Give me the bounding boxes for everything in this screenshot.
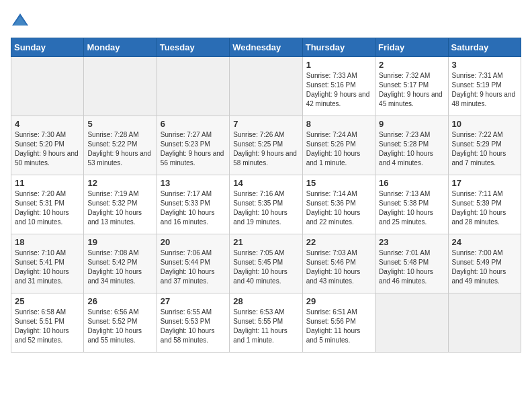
- calendar-cell-w2-d5: 9Sunrise: 7:23 AM Sunset: 5:28 PM Daylig…: [375, 116, 448, 175]
- day-number: 1: [306, 60, 371, 70]
- calendar-cell-w4-d2: 20Sunrise: 7:06 AM Sunset: 5:44 PM Dayli…: [157, 234, 229, 293]
- weekday-header-saturday: Saturday: [448, 38, 521, 57]
- calendar-cell-w4-d1: 19Sunrise: 7:08 AM Sunset: 5:42 PM Dayli…: [84, 234, 157, 293]
- day-info: Sunrise: 6:58 AM Sunset: 5:51 PM Dayligh…: [15, 308, 80, 345]
- calendar-cell-w1-d1: [84, 57, 157, 116]
- day-number: 8: [306, 119, 371, 129]
- weekday-header-wednesday: Wednesday: [230, 38, 302, 57]
- day-number: 12: [87, 178, 152, 188]
- day-info: Sunrise: 6:56 AM Sunset: 5:52 PM Dayligh…: [87, 308, 152, 345]
- calendar-cell-w3-d3: 14Sunrise: 7:16 AM Sunset: 5:35 PM Dayli…: [230, 175, 302, 234]
- day-number: 5: [87, 119, 152, 129]
- calendar-cell-w4-d0: 18Sunrise: 7:10 AM Sunset: 5:41 PM Dayli…: [11, 234, 84, 293]
- calendar-table: SundayMondayTuesdayWednesdayThursdayFrid…: [11, 38, 521, 353]
- day-info: Sunrise: 7:05 AM Sunset: 5:45 PM Dayligh…: [233, 248, 298, 286]
- calendar-cell-w5-d6: [448, 293, 521, 353]
- day-info: Sunrise: 7:22 AM Sunset: 5:29 PM Dayligh…: [452, 130, 517, 168]
- day-info: Sunrise: 7:26 AM Sunset: 5:25 PM Dayligh…: [233, 130, 298, 168]
- calendar-cell-w1-d3: [230, 57, 302, 116]
- calendar-cell-w5-d1: 26Sunrise: 6:56 AM Sunset: 5:52 PM Dayli…: [84, 293, 157, 353]
- calendar-cell-w3-d0: 11Sunrise: 7:20 AM Sunset: 5:31 PM Dayli…: [11, 175, 84, 234]
- weekday-header-row: SundayMondayTuesdayWednesdayThursdayFrid…: [11, 38, 521, 57]
- calendar-cell-w2-d2: 6Sunrise: 7:27 AM Sunset: 5:23 PM Daylig…: [157, 116, 229, 175]
- day-info: Sunrise: 7:19 AM Sunset: 5:32 PM Dayligh…: [87, 189, 152, 227]
- day-info: Sunrise: 7:00 AM Sunset: 5:49 PM Dayligh…: [452, 248, 517, 286]
- day-info: Sunrise: 6:55 AM Sunset: 5:53 PM Dayligh…: [161, 308, 226, 345]
- day-info: Sunrise: 7:33 AM Sunset: 5:16 PM Dayligh…: [306, 71, 371, 109]
- weekday-header-friday: Friday: [375, 38, 448, 57]
- day-number: 3: [452, 60, 517, 70]
- day-info: Sunrise: 7:31 AM Sunset: 5:19 PM Dayligh…: [452, 71, 517, 109]
- day-info: Sunrise: 7:28 AM Sunset: 5:22 PM Dayligh…: [87, 130, 152, 168]
- day-number: 13: [161, 178, 226, 188]
- week-row-3: 11Sunrise: 7:20 AM Sunset: 5:31 PM Dayli…: [11, 175, 521, 234]
- calendar-cell-w5-d2: 27Sunrise: 6:55 AM Sunset: 5:53 PM Dayli…: [157, 293, 229, 353]
- day-number: 9: [379, 119, 444, 129]
- day-info: Sunrise: 7:03 AM Sunset: 5:46 PM Dayligh…: [306, 248, 371, 286]
- week-row-4: 18Sunrise: 7:10 AM Sunset: 5:41 PM Dayli…: [11, 234, 521, 293]
- day-number: 17: [452, 178, 517, 188]
- day-info: Sunrise: 7:01 AM Sunset: 5:48 PM Dayligh…: [379, 248, 444, 286]
- day-number: 21: [233, 237, 298, 247]
- day-info: Sunrise: 7:32 AM Sunset: 5:17 PM Dayligh…: [379, 71, 444, 109]
- calendar-cell-w4-d6: 24Sunrise: 7:00 AM Sunset: 5:49 PM Dayli…: [448, 234, 521, 293]
- week-row-1: 1Sunrise: 7:33 AM Sunset: 5:16 PM Daylig…: [11, 57, 521, 116]
- day-info: Sunrise: 6:53 AM Sunset: 5:55 PM Dayligh…: [233, 308, 298, 345]
- week-row-2: 4Sunrise: 7:30 AM Sunset: 5:20 PM Daylig…: [11, 116, 521, 175]
- day-number: 20: [161, 237, 226, 247]
- logo-icon: [11, 11, 30, 30]
- calendar-cell-w3-d6: 17Sunrise: 7:11 AM Sunset: 5:39 PM Dayli…: [448, 175, 521, 234]
- calendar-cell-w2-d1: 5Sunrise: 7:28 AM Sunset: 5:22 PM Daylig…: [84, 116, 157, 175]
- calendar-cell-w2-d4: 8Sunrise: 7:24 AM Sunset: 5:26 PM Daylig…: [302, 116, 375, 175]
- week-row-5: 25Sunrise: 6:58 AM Sunset: 5:51 PM Dayli…: [11, 293, 521, 353]
- day-number: 7: [233, 119, 298, 129]
- calendar-cell-w3-d2: 13Sunrise: 7:17 AM Sunset: 5:33 PM Dayli…: [157, 175, 229, 234]
- day-number: 14: [233, 178, 298, 188]
- day-number: 10: [452, 119, 517, 129]
- weekday-header-tuesday: Tuesday: [157, 38, 229, 57]
- day-number: 27: [161, 296, 226, 306]
- day-number: 28: [233, 296, 298, 306]
- day-number: 24: [452, 237, 517, 247]
- calendar-cell-w3-d1: 12Sunrise: 7:19 AM Sunset: 5:32 PM Dayli…: [84, 175, 157, 234]
- calendar-cell-w1-d0: [11, 57, 84, 116]
- day-info: Sunrise: 7:27 AM Sunset: 5:23 PM Dayligh…: [161, 130, 226, 168]
- page-header: [11, 11, 521, 30]
- day-number: 15: [306, 178, 371, 188]
- day-number: 26: [87, 296, 152, 306]
- day-number: 18: [15, 237, 80, 247]
- calendar-cell-w5-d0: 25Sunrise: 6:58 AM Sunset: 5:51 PM Dayli…: [11, 293, 84, 353]
- calendar-cell-w5-d4: 29Sunrise: 6:51 AM Sunset: 5:56 PM Dayli…: [302, 293, 375, 353]
- calendar-cell-w2-d3: 7Sunrise: 7:26 AM Sunset: 5:25 PM Daylig…: [230, 116, 302, 175]
- logo: [11, 11, 32, 30]
- weekday-header-thursday: Thursday: [302, 38, 375, 57]
- day-info: Sunrise: 7:17 AM Sunset: 5:33 PM Dayligh…: [161, 189, 226, 227]
- calendar-cell-w4-d3: 21Sunrise: 7:05 AM Sunset: 5:45 PM Dayli…: [230, 234, 302, 293]
- day-number: 22: [306, 237, 371, 247]
- day-info: Sunrise: 6:51 AM Sunset: 5:56 PM Dayligh…: [306, 308, 371, 345]
- day-number: 6: [161, 119, 226, 129]
- day-number: 29: [306, 296, 371, 306]
- day-number: 4: [15, 119, 80, 129]
- calendar-cell-w2-d0: 4Sunrise: 7:30 AM Sunset: 5:20 PM Daylig…: [11, 116, 84, 175]
- day-info: Sunrise: 7:20 AM Sunset: 5:31 PM Dayligh…: [15, 189, 80, 227]
- day-number: 19: [87, 237, 152, 247]
- calendar-cell-w4-d5: 23Sunrise: 7:01 AM Sunset: 5:48 PM Dayli…: [375, 234, 448, 293]
- calendar-cell-w1-d4: 1Sunrise: 7:33 AM Sunset: 5:16 PM Daylig…: [302, 57, 375, 116]
- day-number: 23: [379, 237, 444, 247]
- day-number: 25: [15, 296, 80, 306]
- day-info: Sunrise: 7:13 AM Sunset: 5:38 PM Dayligh…: [379, 189, 444, 227]
- calendar-cell-w5-d5: [375, 293, 448, 353]
- day-info: Sunrise: 7:16 AM Sunset: 5:35 PM Dayligh…: [233, 189, 298, 227]
- day-info: Sunrise: 7:06 AM Sunset: 5:44 PM Dayligh…: [161, 248, 226, 286]
- calendar-cell-w4-d4: 22Sunrise: 7:03 AM Sunset: 5:46 PM Dayli…: [302, 234, 375, 293]
- day-info: Sunrise: 7:14 AM Sunset: 5:36 PM Dayligh…: [306, 189, 371, 227]
- day-info: Sunrise: 7:30 AM Sunset: 5:20 PM Dayligh…: [15, 130, 80, 168]
- day-info: Sunrise: 7:11 AM Sunset: 5:39 PM Dayligh…: [452, 189, 517, 227]
- calendar-cell-w2-d6: 10Sunrise: 7:22 AM Sunset: 5:29 PM Dayli…: [448, 116, 521, 175]
- day-info: Sunrise: 7:24 AM Sunset: 5:26 PM Dayligh…: [306, 130, 371, 168]
- calendar-cell-w1-d6: 3Sunrise: 7:31 AM Sunset: 5:19 PM Daylig…: [448, 57, 521, 116]
- day-info: Sunrise: 7:10 AM Sunset: 5:41 PM Dayligh…: [15, 248, 80, 286]
- weekday-header-monday: Monday: [84, 38, 157, 57]
- calendar-cell-w3-d4: 15Sunrise: 7:14 AM Sunset: 5:36 PM Dayli…: [302, 175, 375, 234]
